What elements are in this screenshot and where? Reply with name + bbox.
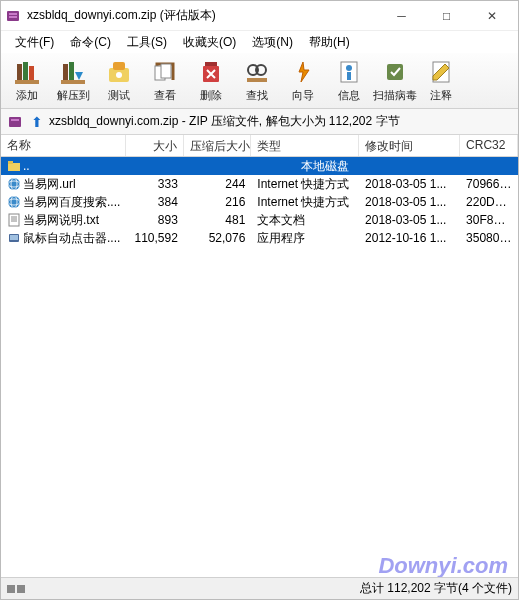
close-button[interactable]: ✕ xyxy=(469,2,514,30)
app-icon xyxy=(5,8,21,24)
svg-rect-7 xyxy=(63,64,68,82)
svg-rect-9 xyxy=(61,80,85,84)
file-type: 应用程序 xyxy=(251,229,359,248)
file-date: 2012-10-16 1... xyxy=(359,230,460,246)
menu-file[interactable]: 文件(F) xyxy=(7,32,62,53)
file-type: Internet 快捷方式 xyxy=(251,175,359,194)
comment-icon xyxy=(427,58,455,86)
status-total: 总计 112,202 字节(4 个文件) xyxy=(360,580,512,597)
file-date: 2018-03-05 1... xyxy=(359,212,460,228)
maximize-button[interactable]: □ xyxy=(424,2,469,30)
svg-rect-19 xyxy=(247,78,267,82)
file-name: 当易网说明.txt xyxy=(23,212,99,229)
svg-rect-22 xyxy=(347,72,351,80)
delete-button[interactable]: 删除 xyxy=(189,55,233,107)
menu-help[interactable]: 帮助(H) xyxy=(301,32,358,53)
window-title: xzsbldq_downyi.com.zip (评估版本) xyxy=(27,7,379,24)
svg-rect-11 xyxy=(113,62,125,70)
file-csize: 481 xyxy=(184,212,252,228)
url-icon xyxy=(7,195,21,209)
svg-rect-1 xyxy=(9,13,17,15)
archive-icon xyxy=(7,114,23,130)
comment-button[interactable]: 注释 xyxy=(419,55,463,107)
file-size: 333 xyxy=(126,176,184,192)
svg-rect-14 xyxy=(161,64,171,78)
file-type: 本地磁盘 xyxy=(131,157,518,176)
svg-rect-4 xyxy=(23,62,28,82)
file-row[interactable]: 当易网说明.txt893481文本文档2018-03-05 1...30F8B8… xyxy=(1,211,518,229)
menu-tools[interactable]: 工具(S) xyxy=(119,32,175,53)
add-button[interactable]: 添加 xyxy=(5,55,49,107)
titlebar: xzsbldq_downyi.com.zip (评估版本) ─ □ ✕ xyxy=(1,1,518,31)
col-size[interactable]: 大小 xyxy=(126,135,184,156)
toolbar: 添加 解压到 测试 查看 删除 查找 向导 信息 扫描病毒 注释 xyxy=(1,53,518,109)
file-csize: 52,076 xyxy=(184,230,252,246)
svg-rect-27 xyxy=(8,163,20,171)
file-name: 当易网.url xyxy=(23,176,76,193)
pathbar: ⬆ xzsbldq_downyi.com.zip - ZIP 压缩文件, 解包大… xyxy=(1,109,518,135)
svg-rect-25 xyxy=(9,117,21,127)
file-row[interactable]: 当易网.url333244Internet 快捷方式2018-03-05 1..… xyxy=(1,175,518,193)
find-icon xyxy=(243,58,271,86)
col-date[interactable]: 修改时间 xyxy=(359,135,460,156)
folder-icon xyxy=(7,159,21,173)
col-crc[interactable]: CRC32 xyxy=(460,135,518,156)
svg-rect-6 xyxy=(15,80,39,84)
books-icon xyxy=(13,58,41,86)
file-date: 2018-03-05 1... xyxy=(359,176,460,192)
delete-icon xyxy=(197,58,225,86)
file-row[interactable]: 鼠标自动点击器....110,59252,076应用程序2012-10-16 1… xyxy=(1,229,518,247)
scan-button[interactable]: 扫描病毒 xyxy=(373,55,417,107)
up-button[interactable]: ⬆ xyxy=(31,114,43,130)
svg-rect-28 xyxy=(8,161,13,164)
test-button[interactable]: 测试 xyxy=(97,55,141,107)
url-icon xyxy=(7,177,21,191)
svg-point-21 xyxy=(346,65,352,71)
svg-point-29 xyxy=(8,178,20,190)
file-type: 文本文档 xyxy=(251,211,359,230)
file-size: 110,592 xyxy=(126,230,184,246)
view-button[interactable]: 查看 xyxy=(143,55,187,107)
file-size: 384 xyxy=(126,194,184,210)
minimize-button[interactable]: ─ xyxy=(379,2,424,30)
find-button[interactable]: 查找 xyxy=(235,55,279,107)
file-csize: 244 xyxy=(184,176,252,192)
file-size: 893 xyxy=(126,212,184,228)
view-icon xyxy=(151,58,179,86)
file-name: 当易网百度搜索.... xyxy=(23,194,120,211)
status-icon xyxy=(7,583,27,595)
statusbar: 总计 112,202 字节(4 个文件) xyxy=(1,577,518,599)
svg-rect-26 xyxy=(11,119,19,121)
file-name: .. xyxy=(23,159,30,173)
svg-rect-23 xyxy=(387,64,403,80)
extract-button[interactable]: 解压到 xyxy=(51,55,95,107)
col-name[interactable]: 名称 xyxy=(1,135,126,156)
svg-rect-41 xyxy=(7,585,15,593)
info-button[interactable]: 信息 xyxy=(327,55,371,107)
wizard-button[interactable]: 向导 xyxy=(281,55,325,107)
file-list[interactable]: ..本地磁盘当易网.url333244Internet 快捷方式2018-03-… xyxy=(1,157,518,589)
exe-icon xyxy=(7,231,21,245)
svg-rect-42 xyxy=(17,585,25,593)
info-icon xyxy=(335,58,363,86)
svg-point-32 xyxy=(8,196,20,208)
menu-favorites[interactable]: 收藏夹(O) xyxy=(175,32,244,53)
file-crc: 30F8B88C xyxy=(460,212,518,228)
path-text: xzsbldq_downyi.com.zip - ZIP 压缩文件, 解包大小为… xyxy=(49,113,512,130)
file-crc: 35080D57 xyxy=(460,230,518,246)
svg-rect-40 xyxy=(10,235,18,240)
file-type: Internet 快捷方式 xyxy=(251,193,359,212)
file-row[interactable]: 当易网百度搜索....384216Internet 快捷方式2018-03-05… xyxy=(1,193,518,211)
column-headers: 名称 大小 压缩后大小 类型 修改时间 CRC32 xyxy=(1,135,518,157)
menu-command[interactable]: 命令(C) xyxy=(62,32,119,53)
svg-rect-16 xyxy=(205,62,217,66)
col-type[interactable]: 类型 xyxy=(251,135,359,156)
col-csize[interactable]: 压缩后大小 xyxy=(184,135,252,156)
svg-rect-2 xyxy=(9,16,17,18)
file-row[interactable]: ..本地磁盘 xyxy=(1,157,518,175)
svg-point-12 xyxy=(116,72,122,78)
scan-icon xyxy=(381,58,409,86)
svg-rect-8 xyxy=(69,62,74,82)
menu-options[interactable]: 选项(N) xyxy=(244,32,301,53)
file-name: 鼠标自动点击器.... xyxy=(23,230,120,247)
